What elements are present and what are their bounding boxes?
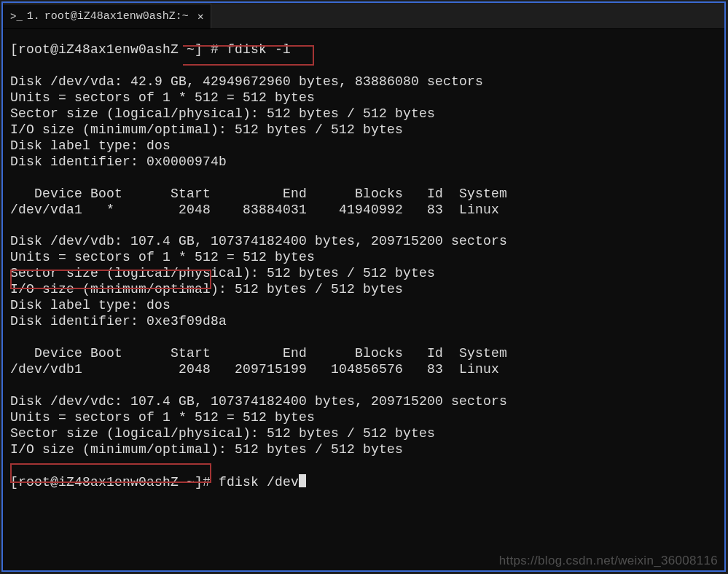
vda-io: I/O size (minimum/optimal): 512 bytes / … [10,122,403,137]
tab-number: 1. [27,10,40,23]
tab-bar: >_ 1. root@iZ48ax1enw0ashZ:~ ✕ [3,3,724,29]
tab-title: root@iZ48ax1enw0ashZ:~ [44,10,189,23]
prompt-hash-2: # [203,475,211,490]
vdc-sector: Sector size (logical/physical): 512 byte… [10,426,435,441]
terminal-prompt-icon: >_ [10,11,23,23]
vdb-table-head: Device Boot Start End Blocks Id System [10,346,507,361]
vda-table-head: Device Boot Start End Blocks Id System [10,186,507,201]
vda-units: Units = sectors of 1 * 512 = 512 bytes [10,90,315,105]
vdb-label: Disk label type: dos [10,298,171,312]
terminal-window: >_ 1. root@iZ48ax1enw0ashZ:~ ✕ [root@iZ4… [1,1,726,572]
prompt-hash: # [211,42,219,57]
vda-label: Disk label type: dos [10,138,171,153]
vdb-units: Units = sectors of 1 * 512 = 512 bytes [10,250,315,264]
vdb-sector: Sector size (logical/physical): 512 byte… [10,266,435,280]
vdc-io: I/O size (minimum/optimal): 512 bytes / … [10,442,403,457]
cursor-icon [299,474,306,487]
vdc-units: Units = sectors of 1 * 512 = 512 bytes [10,410,315,425]
vda-table-row: /dev/vda1 * 2048 83884031 41940992 83 Li… [10,203,499,217]
vdb-table-row: /dev/vdb1 2048 209715199 104856576 83 Li… [10,362,499,377]
vdb-io: I/O size (minimum/optimal): 512 bytes / … [10,282,403,296]
terminal-tab[interactable]: >_ 1. root@iZ48ax1enw0ashZ:~ ✕ [3,4,211,28]
prompt-userhost: [root@iZ48ax1enw0ashZ ~] [10,42,203,57]
vdb-id: Disk identifier: 0xe3f09d8a [10,314,227,329]
prompt-userhost-2: [root@iZ48ax1enw0ashZ ~] [10,475,203,490]
command-2: fdisk /dev [219,475,299,490]
vda-sector: Sector size (logical/physical): 512 byte… [10,106,435,121]
vdb-header: Disk /dev/vdb: 107.4 GB, 107374182400 by… [10,234,507,248]
vda-header: Disk /dev/vda: 42.9 GB, 42949672960 byte… [10,74,483,89]
command-1: fdisk -l [227,42,291,57]
terminal-body[interactable]: [root@iZ48ax1enw0ashZ ~] # fdisk -l Disk… [3,29,724,498]
vdc-header: Disk /dev/vdc: 107.4 GB, 107374182400 by… [10,394,507,409]
watermark: https://blog.csdn.net/weixin_36008116 [499,554,718,568]
vda-id: Disk identifier: 0x0000974b [10,154,227,169]
close-icon[interactable]: ✕ [197,10,203,23]
